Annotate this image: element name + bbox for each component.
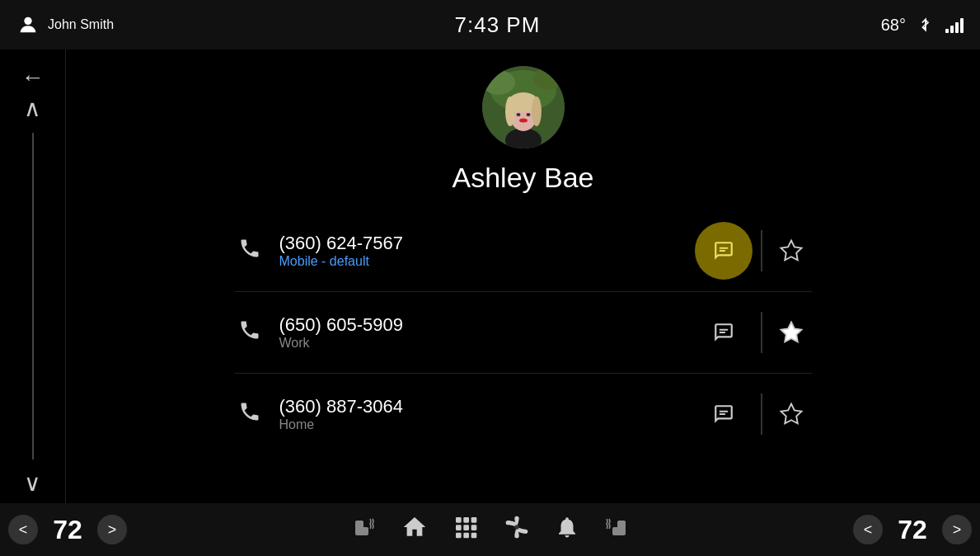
apps-grid-button[interactable] [452, 514, 479, 546]
left-sidebar: ← ∧ ∨ [0, 49, 66, 503]
sidebar-divider [32, 133, 34, 459]
phone-icon-1 [235, 237, 265, 266]
table-row: (650) 605-5909 Work [235, 295, 812, 370]
phone-icon-2 [235, 318, 265, 347]
svg-marker-17 [781, 241, 801, 261]
separator-2 [235, 373, 812, 374]
phone-number-2[interactable]: (650) 605-5909 [279, 314, 680, 336]
svg-rect-27 [463, 517, 469, 523]
contact-avatar [482, 66, 565, 148]
favorite-button-3[interactable] [771, 393, 812, 435]
phone-info-3: (360) 887-3064 Home [279, 396, 680, 432]
left-temp-decrease-button[interactable]: < [8, 515, 38, 544]
avatar-image [482, 66, 565, 148]
clock: 7:43 PM [454, 12, 540, 38]
svg-rect-22 [719, 413, 725, 415]
svg-marker-20 [781, 323, 801, 342]
svg-point-35 [514, 525, 518, 529]
status-bar: John Smith 7:43 PM 68° [0, 0, 980, 49]
svg-point-4 [482, 70, 515, 95]
message-button-2[interactable] [695, 304, 753, 361]
user-icon [16, 13, 40, 36]
entry-divider-3 [761, 393, 762, 435]
favorite-button-2[interactable] [771, 312, 812, 353]
right-temp-decrease-button[interactable]: < [853, 515, 883, 544]
entry-actions-1 [695, 222, 812, 280]
table-row: (360) 624-7567 Mobile - default [235, 214, 812, 288]
svg-point-5 [533, 67, 563, 90]
back-button[interactable]: ← [21, 66, 45, 89]
home-button[interactable] [401, 514, 428, 546]
phone-info-1: (360) 624-7567 Mobile - default [279, 233, 680, 269]
message-button-1[interactable] [695, 222, 753, 280]
signal-strength-icon [945, 16, 964, 33]
svg-rect-19 [719, 332, 725, 333]
right-temperature-display: 72 [888, 515, 937, 545]
svg-rect-33 [463, 532, 469, 538]
entry-divider-2 [761, 312, 762, 353]
heated-seat-right-icon[interactable] [604, 514, 631, 546]
bottom-center-controls [350, 514, 631, 546]
svg-rect-37 [617, 521, 626, 529]
entry-actions-2 [695, 304, 812, 361]
phone-number-3[interactable]: (360) 887-3064 [279, 396, 680, 417]
svg-point-11 [532, 97, 542, 126]
contact-name: Ashley Bae [452, 162, 594, 194]
collapse-button[interactable]: ∧ [24, 97, 41, 120]
svg-point-12 [519, 119, 528, 123]
left-temp-increase-button[interactable]: > [97, 515, 127, 544]
temperature-display: 68° [881, 16, 906, 35]
svg-point-13 [516, 113, 520, 116]
phone-type-1: Mobile - default [279, 254, 680, 269]
phone-type-2: Work [279, 336, 680, 351]
left-temp-control: < 72 > [8, 515, 127, 545]
message-button-3[interactable] [695, 385, 753, 443]
right-temp-increase-button[interactable]: > [942, 515, 972, 544]
phone-type-3: Home [279, 417, 680, 432]
svg-marker-23 [781, 404, 801, 424]
entry-actions-3 [695, 385, 812, 443]
right-temp-control: < 72 > [853, 515, 972, 545]
bottom-bar: < 72 > [0, 503, 980, 556]
entry-divider-1 [761, 230, 762, 271]
table-row: (360) 887-3064 Home [235, 377, 812, 451]
svg-point-0 [24, 17, 31, 25]
svg-rect-25 [355, 521, 363, 529]
svg-rect-18 [719, 329, 728, 331]
svg-point-14 [526, 113, 530, 116]
svg-rect-31 [471, 525, 476, 530]
svg-rect-21 [719, 411, 728, 412]
svg-rect-16 [719, 250, 725, 252]
svg-rect-28 [471, 517, 476, 523]
svg-rect-29 [456, 525, 462, 530]
expand-button[interactable]: ∨ [24, 472, 41, 495]
phone-info-2: (650) 605-5909 Work [279, 314, 680, 351]
user-name: John Smith [48, 17, 114, 32]
svg-rect-32 [456, 532, 462, 538]
svg-rect-15 [719, 247, 728, 249]
fan-button[interactable] [504, 514, 530, 546]
left-temperature-display: 72 [43, 515, 92, 545]
contact-detail-area: Ashley Bae (360) 624-7567 Mobile - defau… [66, 49, 980, 503]
svg-rect-34 [471, 532, 476, 538]
svg-point-10 [505, 97, 515, 126]
user-info: John Smith [16, 13, 114, 36]
svg-rect-26 [456, 517, 462, 523]
status-indicators: 68° [881, 15, 964, 35]
phone-number-1[interactable]: (360) 624-7567 [279, 233, 680, 254]
bluetooth-icon [917, 15, 934, 35]
main-content: ← ∧ ∨ [0, 49, 980, 503]
heated-seat-left-icon[interactable] [350, 514, 377, 546]
svg-rect-30 [463, 525, 469, 530]
separator-1 [235, 291, 812, 292]
favorite-button-1[interactable] [771, 230, 812, 271]
phone-entries-list: (360) 624-7567 Mobile - default [235, 214, 812, 451]
notification-bell-button[interactable] [555, 515, 579, 545]
phone-icon-3 [235, 400, 265, 429]
